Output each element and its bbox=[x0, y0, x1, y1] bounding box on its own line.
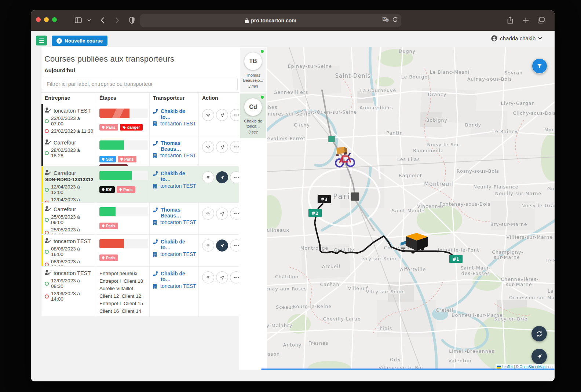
course-row[interactable]: toncarton TEST12/09/2023 à 08:3012/09/20… bbox=[41, 267, 239, 317]
tracking-signal-button[interactable] bbox=[202, 208, 214, 220]
navigate-button[interactable] bbox=[216, 239, 228, 252]
map-town-label: Saint-Denis bbox=[335, 73, 371, 79]
phone-icon bbox=[153, 239, 158, 245]
map-town-label: Sevran bbox=[504, 70, 523, 76]
tracking-signal-button[interactable] bbox=[202, 271, 214, 283]
map-filter-button[interactable] bbox=[532, 58, 547, 74]
tracking-signal-button[interactable] bbox=[202, 141, 214, 153]
carrier-phone-link[interactable]: Thomas Beaus… bbox=[153, 140, 196, 152]
user-edit-icon bbox=[45, 238, 51, 244]
map-square-marker[interactable] bbox=[351, 193, 359, 201]
course-reference: SDN-RDRD-12312312 bbox=[45, 177, 94, 182]
tracking-signal-button[interactable] bbox=[202, 171, 214, 183]
reload-icon[interactable] bbox=[392, 17, 398, 23]
map-town-label: Sucy-en-Brie bbox=[494, 316, 528, 322]
map-town-label: Clichy bbox=[294, 122, 310, 128]
row-accent-stripe bbox=[41, 166, 43, 202]
navigate-button[interactable] bbox=[216, 171, 228, 183]
carrier-phone-link[interactable]: Chakib de to… bbox=[153, 239, 196, 250]
map-town-label: Clichy-sous-Bois bbox=[513, 110, 555, 116]
carrier-company-link[interactable]: toncarton TEST bbox=[153, 283, 196, 290]
new-course-button[interactable]: + Nouvelle course bbox=[52, 36, 107, 46]
map-town-label: Chennevières- bbox=[501, 276, 538, 282]
page-title: Courses publiées aux transporteurs bbox=[44, 54, 236, 64]
tabs-overview-icon[interactable] bbox=[536, 15, 546, 25]
carrier-phone-link[interactable]: Chakib de to… bbox=[153, 171, 196, 182]
forward-button[interactable] bbox=[112, 15, 122, 25]
maximize-window-button[interactable] bbox=[52, 17, 57, 22]
map[interactable]: Épinay-sur-SeineDugnySaint-DenisLe Bourg… bbox=[267, 47, 555, 370]
new-tab-icon[interactable] bbox=[521, 15, 530, 25]
privacy-shield-icon[interactable] bbox=[127, 15, 136, 25]
map-town-label: Saint-Maur- bbox=[461, 265, 491, 271]
end-status-icon bbox=[45, 231, 49, 235]
navigate-button[interactable] bbox=[216, 141, 228, 153]
map-town-label: Aulnay-sous-Bois bbox=[467, 76, 512, 82]
minimize-window-button[interactable] bbox=[44, 17, 49, 22]
carrier-company-link[interactable]: toncarton TEST bbox=[153, 219, 196, 226]
funnel-icon bbox=[537, 63, 542, 69]
map-locate-button[interactable] bbox=[531, 349, 547, 364]
map-square-marker[interactable] bbox=[329, 136, 335, 142]
chevron-down-icon[interactable] bbox=[84, 15, 94, 25]
map-town-label: des-Fossés bbox=[461, 271, 490, 276]
menu-button[interactable] bbox=[36, 36, 47, 45]
browser-chrome: pro.toncarton.com Aあ bbox=[31, 10, 555, 31]
navigate-button[interactable] bbox=[216, 208, 228, 220]
more-options-button[interactable] bbox=[230, 239, 239, 252]
course-row[interactable]: toncarton TEST23/02/2023 à 07:0023/02/20… bbox=[41, 104, 239, 136]
user-menu[interactable]: chadda chakib bbox=[491, 35, 542, 41]
user-name: chadda chakib bbox=[500, 35, 536, 41]
driver-name: Chakib detonca... bbox=[240, 119, 266, 129]
sidebar-toggle-icon[interactable] bbox=[73, 15, 83, 25]
course-row[interactable]: toncarton TEST08/08/2023 à 16:0008/08/20… bbox=[41, 235, 239, 267]
cell-transporteur: Thomas Beaus…toncarton TEST bbox=[150, 136, 199, 166]
carrier-company-link[interactable]: toncarton TEST bbox=[153, 153, 196, 159]
svg-text:A: A bbox=[384, 18, 385, 21]
tracking-signal-button[interactable] bbox=[202, 239, 214, 252]
course-row[interactable]: Carrefour25/05/2023 à 09:0025/05/2023 à … bbox=[41, 203, 239, 235]
more-options-button[interactable] bbox=[230, 271, 239, 283]
navigate-button[interactable] bbox=[216, 109, 228, 121]
course-date: 23/02/2023 à 07:00 bbox=[45, 116, 94, 127]
carrier-company-link[interactable]: toncarton TEST bbox=[153, 251, 196, 258]
carrier-company-link[interactable]: toncarton TEST bbox=[153, 183, 196, 190]
navigate-button[interactable] bbox=[216, 271, 228, 283]
map-town-label: Chevilly-Larue bbox=[323, 316, 361, 322]
map-town-label: Cachan bbox=[320, 282, 340, 287]
map-refresh-button[interactable] bbox=[531, 326, 547, 341]
more-options-button[interactable] bbox=[230, 171, 239, 183]
carrier-phone-link[interactable]: Chakib de to… bbox=[153, 108, 196, 120]
progress-bar bbox=[99, 239, 148, 248]
carrier-company-link[interactable]: toncarton TEST bbox=[153, 121, 196, 127]
course-row[interactable]: CarrefourSDN-RDRD-1231231212/04/2023 à 1… bbox=[41, 166, 239, 203]
more-options-button[interactable] bbox=[230, 141, 239, 153]
map-town-label: Ivry-sur-Seine bbox=[361, 256, 398, 261]
back-button[interactable] bbox=[98, 15, 107, 25]
share-icon[interactable] bbox=[505, 15, 515, 25]
driver-card[interactable]: CdChakib detonca...3 sec bbox=[240, 94, 266, 138]
translate-icon[interactable]: Aあ bbox=[383, 17, 389, 23]
course-date: 23/02/2023 à 11:30 bbox=[45, 128, 94, 134]
cell-etapes: Paris bbox=[96, 235, 150, 266]
course-date: 12/04/2023 à 12:00 bbox=[45, 184, 94, 195]
more-options-button[interactable] bbox=[230, 109, 239, 121]
driver-card[interactable]: TBThomasBeausejo...3 min bbox=[240, 48, 266, 92]
tracking-signal-button[interactable] bbox=[202, 109, 214, 121]
online-status-dot bbox=[261, 50, 264, 53]
course-date: 08/08/2023 à 16:00 bbox=[45, 246, 94, 257]
stop-marker-2[interactable]: #2 bbox=[308, 209, 322, 217]
course-row[interactable]: Carrefour28/02/2023 à 18:28SudParis❄surg… bbox=[41, 136, 239, 166]
map-town-label: Montrouge bbox=[300, 245, 328, 251]
more-options-button[interactable] bbox=[230, 208, 239, 220]
close-window-button[interactable] bbox=[36, 17, 41, 22]
filter-input[interactable] bbox=[42, 78, 238, 90]
chevron-down-icon bbox=[538, 37, 542, 40]
address-bar[interactable]: pro.toncarton.com Aあ bbox=[140, 14, 401, 27]
carrier-phone-link[interactable]: Chakib de to… bbox=[153, 271, 196, 282]
stop-marker-3[interactable]: #3 bbox=[318, 195, 331, 203]
map-town-label: La Que bbox=[548, 288, 555, 294]
progress-bar bbox=[99, 171, 148, 180]
carrier-phone-link[interactable]: Thomas Beaus… bbox=[153, 207, 196, 219]
stop-marker-1[interactable]: #1 bbox=[449, 255, 463, 263]
